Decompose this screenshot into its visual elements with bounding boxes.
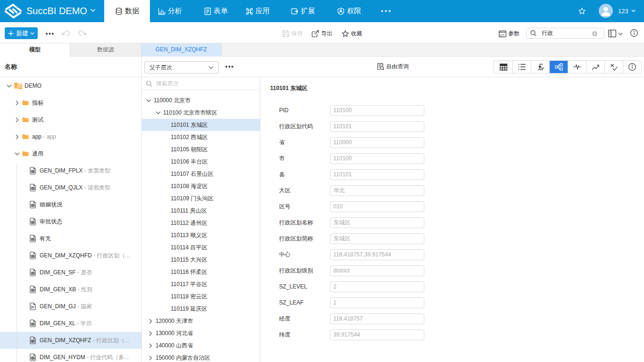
svg-text:x=: x= [500,32,505,37]
